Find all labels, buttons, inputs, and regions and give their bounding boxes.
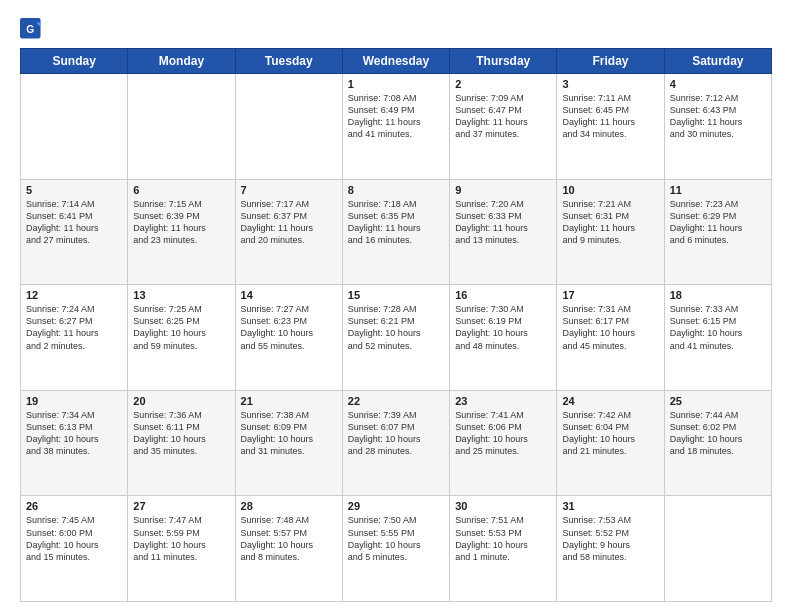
calendar-cell: 24Sunrise: 7:42 AM Sunset: 6:04 PM Dayli… (557, 390, 664, 496)
day-number: 11 (670, 184, 766, 196)
day-number: 23 (455, 395, 551, 407)
day-number: 8 (348, 184, 444, 196)
day-number: 13 (133, 289, 229, 301)
calendar-cell: 11Sunrise: 7:23 AM Sunset: 6:29 PM Dayli… (664, 179, 771, 285)
day-number: 14 (241, 289, 337, 301)
week-row-5: 26Sunrise: 7:45 AM Sunset: 6:00 PM Dayli… (21, 496, 772, 602)
calendar-cell: 4Sunrise: 7:12 AM Sunset: 6:43 PM Daylig… (664, 74, 771, 180)
cell-details: Sunrise: 7:23 AM Sunset: 6:29 PM Dayligh… (670, 198, 766, 247)
cell-details: Sunrise: 7:25 AM Sunset: 6:25 PM Dayligh… (133, 303, 229, 352)
day-number: 7 (241, 184, 337, 196)
day-number: 22 (348, 395, 444, 407)
cell-details: Sunrise: 7:42 AM Sunset: 6:04 PM Dayligh… (562, 409, 658, 458)
cell-details: Sunrise: 7:51 AM Sunset: 5:53 PM Dayligh… (455, 514, 551, 563)
calendar-cell: 18Sunrise: 7:33 AM Sunset: 6:15 PM Dayli… (664, 285, 771, 391)
calendar-cell: 22Sunrise: 7:39 AM Sunset: 6:07 PM Dayli… (342, 390, 449, 496)
day-number: 1 (348, 78, 444, 90)
cell-details: Sunrise: 7:48 AM Sunset: 5:57 PM Dayligh… (241, 514, 337, 563)
calendar-cell: 10Sunrise: 7:21 AM Sunset: 6:31 PM Dayli… (557, 179, 664, 285)
day-number: 27 (133, 500, 229, 512)
day-number: 17 (562, 289, 658, 301)
day-number: 29 (348, 500, 444, 512)
day-header-thursday: Thursday (450, 49, 557, 74)
day-number: 2 (455, 78, 551, 90)
calendar-cell (235, 74, 342, 180)
calendar-cell: 13Sunrise: 7:25 AM Sunset: 6:25 PM Dayli… (128, 285, 235, 391)
day-number: 4 (670, 78, 766, 90)
cell-details: Sunrise: 7:50 AM Sunset: 5:55 PM Dayligh… (348, 514, 444, 563)
header: G (20, 18, 772, 40)
day-number: 19 (26, 395, 122, 407)
logo-icon: G (20, 18, 42, 40)
cell-details: Sunrise: 7:20 AM Sunset: 6:33 PM Dayligh… (455, 198, 551, 247)
calendar-cell: 30Sunrise: 7:51 AM Sunset: 5:53 PM Dayli… (450, 496, 557, 602)
cell-details: Sunrise: 7:53 AM Sunset: 5:52 PM Dayligh… (562, 514, 658, 563)
cell-details: Sunrise: 7:36 AM Sunset: 6:11 PM Dayligh… (133, 409, 229, 458)
cell-details: Sunrise: 7:17 AM Sunset: 6:37 PM Dayligh… (241, 198, 337, 247)
day-header-friday: Friday (557, 49, 664, 74)
cell-details: Sunrise: 7:28 AM Sunset: 6:21 PM Dayligh… (348, 303, 444, 352)
day-header-monday: Monday (128, 49, 235, 74)
calendar-cell: 23Sunrise: 7:41 AM Sunset: 6:06 PM Dayli… (450, 390, 557, 496)
calendar-cell: 3Sunrise: 7:11 AM Sunset: 6:45 PM Daylig… (557, 74, 664, 180)
week-row-4: 19Sunrise: 7:34 AM Sunset: 6:13 PM Dayli… (21, 390, 772, 496)
cell-details: Sunrise: 7:12 AM Sunset: 6:43 PM Dayligh… (670, 92, 766, 141)
day-number: 3 (562, 78, 658, 90)
calendar-cell: 16Sunrise: 7:30 AM Sunset: 6:19 PM Dayli… (450, 285, 557, 391)
cell-details: Sunrise: 7:21 AM Sunset: 6:31 PM Dayligh… (562, 198, 658, 247)
cell-details: Sunrise: 7:18 AM Sunset: 6:35 PM Dayligh… (348, 198, 444, 247)
calendar-cell: 12Sunrise: 7:24 AM Sunset: 6:27 PM Dayli… (21, 285, 128, 391)
cell-details: Sunrise: 7:08 AM Sunset: 6:49 PM Dayligh… (348, 92, 444, 141)
cell-details: Sunrise: 7:24 AM Sunset: 6:27 PM Dayligh… (26, 303, 122, 352)
cell-details: Sunrise: 7:27 AM Sunset: 6:23 PM Dayligh… (241, 303, 337, 352)
day-number: 15 (348, 289, 444, 301)
calendar-cell: 28Sunrise: 7:48 AM Sunset: 5:57 PM Dayli… (235, 496, 342, 602)
calendar-cell: 29Sunrise: 7:50 AM Sunset: 5:55 PM Dayli… (342, 496, 449, 602)
day-number: 28 (241, 500, 337, 512)
cell-details: Sunrise: 7:34 AM Sunset: 6:13 PM Dayligh… (26, 409, 122, 458)
calendar-cell: 8Sunrise: 7:18 AM Sunset: 6:35 PM Daylig… (342, 179, 449, 285)
calendar-cell: 26Sunrise: 7:45 AM Sunset: 6:00 PM Dayli… (21, 496, 128, 602)
cell-details: Sunrise: 7:39 AM Sunset: 6:07 PM Dayligh… (348, 409, 444, 458)
day-number: 18 (670, 289, 766, 301)
cell-details: Sunrise: 7:41 AM Sunset: 6:06 PM Dayligh… (455, 409, 551, 458)
day-number: 16 (455, 289, 551, 301)
cell-details: Sunrise: 7:33 AM Sunset: 6:15 PM Dayligh… (670, 303, 766, 352)
calendar-cell: 19Sunrise: 7:34 AM Sunset: 6:13 PM Dayli… (21, 390, 128, 496)
calendar-header-row: SundayMondayTuesdayWednesdayThursdayFrid… (21, 49, 772, 74)
day-number: 24 (562, 395, 658, 407)
day-number: 20 (133, 395, 229, 407)
calendar-body: 1Sunrise: 7:08 AM Sunset: 6:49 PM Daylig… (21, 74, 772, 602)
cell-details: Sunrise: 7:44 AM Sunset: 6:02 PM Dayligh… (670, 409, 766, 458)
cell-details: Sunrise: 7:09 AM Sunset: 6:47 PM Dayligh… (455, 92, 551, 141)
week-row-3: 12Sunrise: 7:24 AM Sunset: 6:27 PM Dayli… (21, 285, 772, 391)
week-row-2: 5Sunrise: 7:14 AM Sunset: 6:41 PM Daylig… (21, 179, 772, 285)
day-number: 30 (455, 500, 551, 512)
calendar-cell: 14Sunrise: 7:27 AM Sunset: 6:23 PM Dayli… (235, 285, 342, 391)
day-number: 5 (26, 184, 122, 196)
calendar-cell (21, 74, 128, 180)
day-number: 6 (133, 184, 229, 196)
calendar-cell: 9Sunrise: 7:20 AM Sunset: 6:33 PM Daylig… (450, 179, 557, 285)
cell-details: Sunrise: 7:15 AM Sunset: 6:39 PM Dayligh… (133, 198, 229, 247)
calendar-cell: 7Sunrise: 7:17 AM Sunset: 6:37 PM Daylig… (235, 179, 342, 285)
calendar-cell: 2Sunrise: 7:09 AM Sunset: 6:47 PM Daylig… (450, 74, 557, 180)
calendar-table: SundayMondayTuesdayWednesdayThursdayFrid… (20, 48, 772, 602)
day-header-sunday: Sunday (21, 49, 128, 74)
calendar-cell (664, 496, 771, 602)
week-row-1: 1Sunrise: 7:08 AM Sunset: 6:49 PM Daylig… (21, 74, 772, 180)
calendar-cell: 25Sunrise: 7:44 AM Sunset: 6:02 PM Dayli… (664, 390, 771, 496)
cell-details: Sunrise: 7:31 AM Sunset: 6:17 PM Dayligh… (562, 303, 658, 352)
day-header-tuesday: Tuesday (235, 49, 342, 74)
day-number: 10 (562, 184, 658, 196)
cell-details: Sunrise: 7:45 AM Sunset: 6:00 PM Dayligh… (26, 514, 122, 563)
day-header-saturday: Saturday (664, 49, 771, 74)
calendar-cell: 6Sunrise: 7:15 AM Sunset: 6:39 PM Daylig… (128, 179, 235, 285)
calendar-cell: 31Sunrise: 7:53 AM Sunset: 5:52 PM Dayli… (557, 496, 664, 602)
day-header-wednesday: Wednesday (342, 49, 449, 74)
cell-details: Sunrise: 7:14 AM Sunset: 6:41 PM Dayligh… (26, 198, 122, 247)
calendar-cell: 15Sunrise: 7:28 AM Sunset: 6:21 PM Dayli… (342, 285, 449, 391)
logo: G (20, 18, 46, 40)
day-number: 31 (562, 500, 658, 512)
cell-details: Sunrise: 7:47 AM Sunset: 5:59 PM Dayligh… (133, 514, 229, 563)
